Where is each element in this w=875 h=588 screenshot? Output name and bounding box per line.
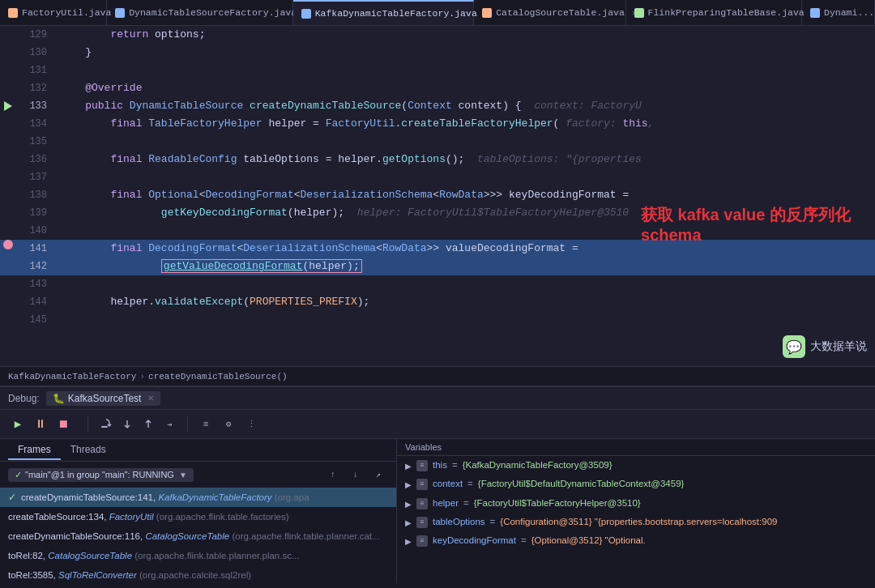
- linecontent-138: final Optional<DecodingFormat<Deserializ…: [57, 186, 875, 204]
- pause-button[interactable]: ⏸: [31, 415, 50, 434]
- breadcrumb-bar: KafkaDynamicTableFactory › createDynamic…: [0, 366, 875, 386]
- code-line-142: 142 getValueDecodingFormat(helper);: [0, 258, 875, 275]
- tab-label-kafka: KafkaDynamicTableFactory.java: [315, 8, 477, 19]
- frames-threads-row: Frames Threads: [0, 439, 396, 462]
- resume-button[interactable]: ▶: [8, 415, 28, 434]
- tab-catalogsourcetable[interactable]: CatalogSourceTable.java ✕: [474, 0, 625, 25]
- code-container: 129 return options; 130 } 131 132 @Overr…: [0, 26, 875, 329]
- annotation-line2: schema: [641, 226, 851, 245]
- linenum-144: 144: [16, 293, 57, 311]
- svg-rect-0: [101, 426, 108, 428]
- tab-dynami[interactable]: Dynami...: [802, 0, 875, 25]
- run-to-cursor-button[interactable]: ⇥: [160, 415, 179, 434]
- next-frame-button[interactable]: ↓: [346, 465, 365, 484]
- var-name-keydecodingformat: keyDecodingFormat: [433, 534, 516, 548]
- export-frames-button[interactable]: ↗: [369, 465, 388, 484]
- var-item-keydecodingformat[interactable]: ▶ ≡ keyDecodingFormat = {Optional@3512} …: [397, 531, 875, 550]
- code-line-134: 134 final TableFactoryHelper helper = Fa…: [0, 115, 875, 133]
- var-eq-tableoptions: =: [490, 515, 496, 529]
- var-name-this: this: [433, 458, 447, 472]
- gutter-141: [0, 240, 16, 249]
- settings-button[interactable]: ⚙: [219, 415, 238, 434]
- var-val-this: {KafkaDynamicTableFactory@3509}: [463, 458, 612, 472]
- step-into-button[interactable]: [117, 415, 137, 434]
- code-line-138: 138 final Optional<DecodingFormat<Deseri…: [0, 186, 875, 204]
- var-expand-icon-helper[interactable]: ▶: [405, 498, 412, 510]
- var-expand-icon-this[interactable]: ▶: [405, 460, 412, 472]
- code-line-133: 133 public DynamicTableSource createDyna…: [0, 97, 875, 115]
- prev-frame-button[interactable]: ↑: [323, 465, 343, 484]
- linenum-142: 142: [16, 258, 57, 275]
- tab-flinkpreparing[interactable]: FlinkPreparingTableBase.java ✕: [626, 0, 802, 25]
- frame-label-2: createDynamicTableSource:116, CatalogSou…: [8, 530, 380, 543]
- debug-label: Debug:: [8, 393, 40, 404]
- frame-item-3[interactable]: toRel:82, CatalogSourceTable (org.apache…: [0, 546, 396, 565]
- linenum-129: 129: [16, 26, 57, 44]
- linenum-140: 140: [16, 222, 57, 240]
- var-type-icon-tableoptions: ≡: [416, 517, 428, 528]
- breadcrumb-sep: ›: [139, 372, 145, 381]
- var-type-icon-this: ≡: [416, 460, 428, 471]
- code-line-135: 135: [0, 133, 875, 151]
- breadcrumb-class[interactable]: KafkaDynamicTableFactory: [8, 372, 136, 381]
- frame-label-4: toRel:3585, SqlToRelConverter (org.apach…: [8, 569, 251, 582]
- linecontent-134: final TableFactoryHelper helper = Factor…: [57, 115, 875, 133]
- stop-button[interactable]: ⏹: [53, 415, 73, 434]
- frame-item-0[interactable]: ✓ createDynamicTableSource:141, KafkaDyn…: [0, 488, 396, 507]
- linenum-145: 145: [16, 311, 57, 329]
- var-expand-icon-context[interactable]: ▶: [405, 479, 412, 491]
- code-line-144: 144 helper.validateExcept(PROPERTIES_PRE…: [0, 293, 875, 311]
- var-type-icon-context: ≡: [416, 479, 428, 490]
- gutter-133: [0, 97, 16, 111]
- frame-item-1[interactable]: createTableSource:134, FactoryUtil (org.…: [0, 507, 396, 526]
- var-type-icon-helper: ≡: [416, 498, 428, 509]
- more-button[interactable]: ⋮: [241, 415, 261, 434]
- code-line-130: 130 }: [0, 44, 875, 62]
- variables-header: Variables: [397, 439, 875, 456]
- var-item-this[interactable]: ▶ ≡ this = {KafkaDynamicTableFactory@350…: [397, 456, 875, 475]
- debug-top-bar: Debug: 🐛 KafkaSourceTest ✕: [0, 387, 875, 410]
- tab-kafkadynamictablefactory[interactable]: KafkaDynamicTableFactory.java ✕: [293, 0, 475, 25]
- annotation-line1: 获取 kafka value 的反序列化: [641, 204, 851, 226]
- linecontent-133: public DynamicTableSource createDynamicT…: [57, 97, 875, 115]
- tab-frames[interactable]: Frames: [8, 441, 61, 460]
- debug-session-tab[interactable]: 🐛 KafkaSourceTest ✕: [46, 391, 161, 406]
- annotation-bubble: 获取 kafka value 的反序列化 schema: [641, 204, 851, 245]
- toolbar-divider2: [187, 416, 188, 432]
- step-over-button[interactable]: [96, 415, 116, 434]
- code-line-137: 137: [0, 168, 875, 186]
- frame-item-2[interactable]: createDynamicTableSource:116, CatalogSou…: [0, 526, 396, 546]
- linenum-135: 135: [16, 133, 57, 151]
- debug-session-close[interactable]: ✕: [147, 394, 154, 403]
- debug-panels: Frames Threads ✓ "main"@1 in group "main…: [0, 439, 875, 583]
- tab-threads[interactable]: Threads: [61, 441, 116, 460]
- linenum-133: 133: [16, 97, 57, 115]
- tab-dynamictablesourcefactory[interactable]: DynamicTableSourceFactory.java ✕: [107, 0, 293, 25]
- debug-section: Debug: 🐛 KafkaSourceTest ✕ ▶ ⏸ ⏹ ⇥: [0, 386, 875, 588]
- frames-panel: Frames Threads ✓ "main"@1 in group "main…: [0, 439, 397, 583]
- tab-icon-factoryutil: [8, 8, 18, 18]
- var-item-helper[interactable]: ▶ ≡ helper = {FactoryUtil$TableFactoryHe…: [397, 494, 875, 513]
- code-line-132: 132 @Override: [0, 79, 875, 97]
- toolbar-divider: [88, 416, 88, 432]
- tab-factoryutil[interactable]: FactoryUtil.java: [0, 0, 107, 25]
- code-line-145: 145: [0, 311, 875, 329]
- var-item-tableoptions[interactable]: ▶ ≡ tableOptions = {Configuration@3511} …: [397, 513, 875, 531]
- evaluate-button[interactable]: ≡: [196, 415, 216, 434]
- linecontent-136: final ReadableConfig tableOptions = help…: [57, 151, 875, 168]
- linenum-138: 138: [16, 186, 57, 204]
- var-name-context: context: [433, 477, 463, 491]
- var-item-context[interactable]: ▶ ≡ context = {FactoryUtil$DefaultDynami…: [397, 475, 875, 493]
- tab-label-catalog: CatalogSourceTable.java: [496, 7, 625, 18]
- code-line-129: 129 return options;: [0, 26, 875, 44]
- breadcrumb-method[interactable]: createDynamicTableSource(): [148, 372, 288, 381]
- running-dropdown-icon[interactable]: ▼: [179, 471, 187, 479]
- var-expand-icon-keydecodingformat[interactable]: ▶: [405, 535, 412, 548]
- frame-item-4[interactable]: toRel:3585, SqlToRelConverter (org.apach…: [0, 565, 396, 583]
- frame-label-0: createDynamicTableSource:141, KafkaDynam…: [21, 491, 309, 504]
- tab-bar: FactoryUtil.java DynamicTableSourceFacto…: [0, 0, 875, 26]
- running-thread-label: "main"@1 in group "main": RUNNING: [25, 470, 174, 479]
- wechat-icon: 💬: [783, 335, 805, 358]
- step-out-button[interactable]: [139, 415, 158, 434]
- var-expand-icon-tableoptions[interactable]: ▶: [405, 517, 412, 529]
